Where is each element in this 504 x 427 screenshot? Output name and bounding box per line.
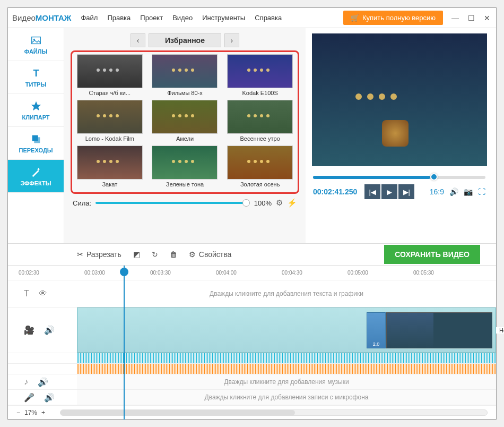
playback-handle[interactable]: [430, 173, 438, 181]
magic-wand-icon[interactable]: ⚡: [287, 198, 297, 208]
video-clip[interactable]: HearthStone Hero: [386, 312, 492, 348]
volume-icon[interactable]: 🔊: [449, 187, 458, 196]
text-track-icon: T: [24, 289, 29, 298]
effect-preset[interactable]: Lomo - Kodak Film: [74, 100, 145, 144]
aspect-ratio[interactable]: 16:9: [430, 187, 444, 196]
zoom-in-button[interactable]: +: [41, 409, 45, 416]
ruler-tick: 00:03:00: [84, 270, 105, 276]
sidebar-item-transitions[interactable]: ПЕРЕХОДЫ: [8, 127, 64, 160]
sidebar-label: ФАЙЛЫ: [24, 48, 47, 55]
timeline-ruler[interactable]: 00:02:3000:03:0000:03:3000:04:0000:04:30…: [8, 266, 496, 280]
text-track-content[interactable]: Дважды кликните для добавления текста и …: [77, 280, 496, 307]
titlebar: ВидеоМОНТАЖ Файл Правка Проект Видео Инс…: [8, 8, 496, 28]
menu-file[interactable]: Файл: [81, 14, 98, 22]
effect-preset[interactable]: Закат: [74, 146, 145, 190]
menu-help[interactable]: Справка: [255, 14, 282, 22]
zoom-out-button[interactable]: −: [16, 409, 20, 416]
effect-preset[interactable]: Фильмы 80-х: [150, 54, 221, 99]
slider-thumb[interactable]: [242, 199, 250, 207]
scrollbar-thumb[interactable]: [60, 410, 295, 415]
cut-button[interactable]: ✂Разрезать: [77, 250, 121, 259]
effect-preset[interactable]: Зеленые тона: [150, 146, 221, 190]
minimize-button[interactable]: —: [450, 14, 460, 22]
effect-thumbnail: [77, 54, 143, 88]
crop-button[interactable]: ◩: [133, 250, 140, 259]
zoom-level: 17%: [24, 409, 37, 416]
sidebar-item-clipart[interactable]: КЛИПАРТ: [8, 94, 64, 127]
prev-frame-button[interactable]: |◀: [364, 184, 380, 199]
waveform-a[interactable]: [77, 353, 496, 363]
prev-category-button[interactable]: ‹: [131, 33, 145, 47]
volume-icon[interactable]: 🔊: [44, 325, 55, 335]
sidebar-item-titles[interactable]: T ТИТРЫ: [8, 61, 64, 94]
menu-edit[interactable]: Правка: [107, 14, 131, 22]
delete-button[interactable]: 🗑: [170, 250, 177, 259]
strength-slider[interactable]: [95, 202, 250, 204]
ruler-tick: 00:03:30: [150, 270, 171, 276]
effect-label: Старая ч/б ки...: [89, 88, 131, 99]
effect-preset[interactable]: Kodak E100S: [224, 54, 296, 99]
effect-label: Золотая осень: [240, 180, 280, 190]
transition-clip[interactable]: 2.0: [367, 312, 386, 348]
effect-thumbnail: [77, 100, 143, 134]
strength-label: Сила:: [73, 199, 91, 207]
fullscreen-icon[interactable]: ⛶: [478, 187, 485, 196]
video-track-content[interactable]: 2.0 HearthStone Hero: [77, 308, 496, 353]
scissors-icon: ✂: [77, 250, 83, 259]
play-button[interactable]: ▶: [381, 184, 397, 199]
effect-thumbnail: [152, 146, 218, 180]
category-title: Избранное: [149, 33, 221, 47]
menu-tools[interactable]: Инструменты: [202, 14, 245, 22]
playhead[interactable]: [124, 266, 125, 420]
timeline-wrapper: 00:02:3000:03:0000:03:3000:04:0000:04:30…: [8, 266, 496, 405]
maximize-button[interactable]: ☐: [466, 14, 476, 22]
svg-rect-4: [34, 137, 40, 143]
sidebar-item-files[interactable]: ФАЙЛЫ: [8, 28, 64, 61]
effect-thumbnail: [227, 146, 293, 180]
sidebar-item-effects[interactable]: ЭФФЕКТЫ: [8, 160, 64, 193]
video-track-icon: 🎥: [24, 325, 34, 335]
volume-icon[interactable]: 🔊: [38, 377, 48, 387]
menu-video[interactable]: Видео: [172, 14, 193, 22]
ruler-tick: 00:05:00: [347, 270, 368, 276]
mic-track-content[interactable]: Дважды кликните для добавления записи с …: [77, 390, 496, 405]
clip-thumbnail: [387, 313, 433, 348]
properties-button[interactable]: ⚙Свойства: [189, 250, 231, 259]
effect-preset[interactable]: Старая ч/б ки...: [74, 54, 145, 99]
cart-icon: 🛒: [351, 14, 359, 22]
track-video: 🎥 🔊 2.0 HearthStone Hero: [8, 308, 496, 353]
strength-row: Сила: 100% ⚙ ⚡: [71, 194, 299, 208]
effect-preset[interactable]: Амели: [150, 100, 221, 144]
settings-icon[interactable]: ⚙: [276, 198, 283, 208]
effects-grid-highlight: Старая ч/б ки...Фильмы 80-хKodak E100SLo…: [71, 50, 299, 194]
sidebar-label: КЛИПАРТ: [22, 114, 49, 121]
next-category-button[interactable]: ›: [224, 33, 239, 47]
sidebar-label: ТИТРЫ: [25, 81, 46, 88]
volume-icon[interactable]: 🔊: [44, 392, 55, 403]
music-track-content[interactable]: Дважды кликните для добавления музыки: [77, 374, 496, 389]
track-header-wave-a: [8, 353, 77, 363]
effect-preset[interactable]: Золотая осень: [224, 146, 296, 190]
next-frame-button[interactable]: ▶|: [398, 184, 414, 199]
playback-progress: [313, 176, 430, 179]
playback-track[interactable]: [313, 176, 485, 179]
effect-thumbnail: [152, 54, 218, 88]
effect-label: Фильмы 80-х: [167, 88, 203, 99]
effect-preset[interactable]: Весеннее утро: [224, 100, 296, 144]
main-area: ФАЙЛЫ T ТИТРЫ КЛИПАРТ ПЕРЕХОДЫ ЭФФЕКТЫ: [8, 28, 496, 243]
visibility-icon[interactable]: 👁: [39, 289, 47, 298]
snapshot-icon[interactable]: 📷: [464, 187, 473, 196]
effect-label: Амели: [176, 134, 194, 144]
svg-text:T: T: [33, 67, 39, 79]
trash-icon: 🗑: [170, 250, 177, 259]
save-video-button[interactable]: СОХРАНИТЬ ВИДЕО: [384, 245, 480, 264]
effect-thumbnail: [227, 100, 293, 134]
waveform-b[interactable]: [77, 364, 496, 374]
close-button[interactable]: ✕: [482, 14, 492, 22]
window-controls: — ☐ ✕: [450, 14, 492, 22]
rotate-button[interactable]: ↻: [152, 250, 158, 259]
menu-project[interactable]: Проект: [140, 14, 163, 22]
sidebar: ФАЙЛЫ T ТИТРЫ КЛИПАРТ ПЕРЕХОДЫ ЭФФЕКТЫ: [8, 28, 64, 243]
buy-full-version-button[interactable]: 🛒 Купить полную версию: [343, 11, 443, 25]
effect-thumbnail: [227, 54, 293, 88]
